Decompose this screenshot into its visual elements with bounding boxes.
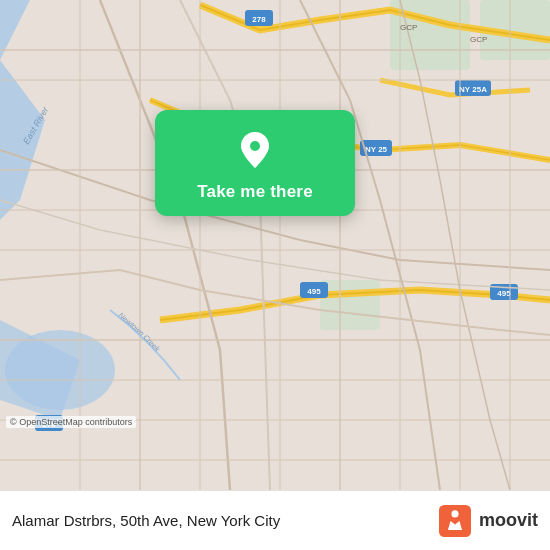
moovit-logo-text: moovit (479, 510, 538, 531)
moovit-logo: moovit (439, 505, 538, 537)
moovit-logo-icon (439, 505, 471, 537)
map-container: 278 NY 25 NY 25 NY 25A 495 495 278 (0, 0, 550, 490)
svg-text:NY 25: NY 25 (365, 145, 388, 154)
bottom-bar: Alamar Dstrbrs, 50th Ave, New York City … (0, 490, 550, 550)
svg-text:GCP: GCP (470, 35, 487, 44)
location-title: Alamar Dstrbrs, 50th Ave, New York City (12, 512, 439, 529)
osm-attribution: © OpenStreetMap contributors (6, 416, 136, 428)
svg-text:GCP: GCP (400, 23, 417, 32)
location-pin-icon (233, 128, 277, 172)
svg-text:495: 495 (307, 287, 321, 296)
svg-point-48 (451, 510, 458, 517)
svg-rect-7 (320, 280, 380, 330)
svg-rect-47 (439, 505, 471, 537)
take-me-there-label: Take me there (197, 182, 313, 202)
svg-point-46 (250, 141, 260, 151)
svg-text:278: 278 (252, 15, 266, 24)
svg-text:NY 25A: NY 25A (459, 85, 487, 94)
svg-text:495: 495 (497, 289, 511, 298)
take-me-there-card[interactable]: Take me there (155, 110, 355, 216)
